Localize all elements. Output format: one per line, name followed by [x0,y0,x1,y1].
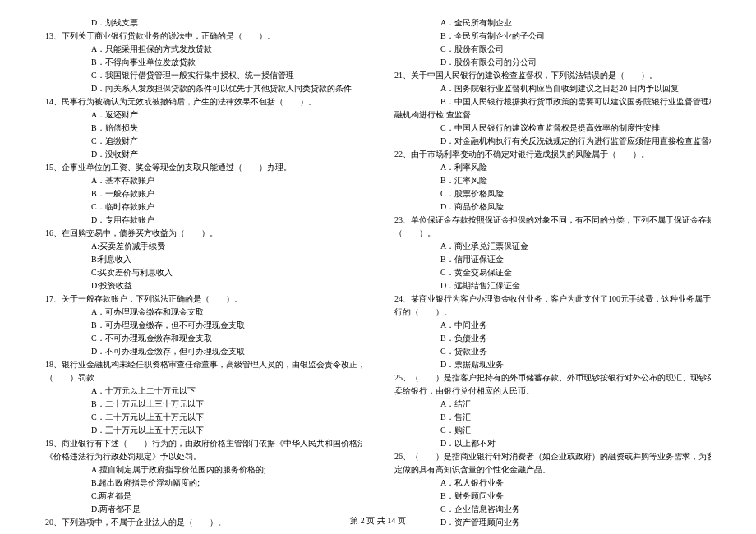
option: A．私人银行业务 [394,476,711,490]
option: A.擅自制定属于政府指导价范围内的服务价格的; [45,463,362,476]
option: D．没收财产 [45,148,362,161]
question-23-cont: （ ）。 [394,227,711,240]
left-column: D．划线支票 13、下列关于商业银行贷款业务的说法中，正确的是（ ）。 A．只能… [45,16,362,529]
option: A．返还财产 [45,108,362,122]
question-18: 18、银行业金融机构未经任职资格审查任命董事，高级管理人员的，由银监会责令改正，… [45,358,362,371]
option: C．不可办理现金缴存和现金支取 [45,332,362,345]
option: C．贷款业务 [394,345,711,358]
option: C．股份有限公司 [394,43,711,56]
option: A．国务院银行业监督机构应当自收到建议之日起20 日内予以回复 [394,82,711,95]
right-column: A．全民所有制企业 B．全民所有制企业的子公司 C．股份有限公司 D．股份有限公… [394,16,711,529]
option: D:投资收益 [45,279,362,292]
question-26: 26、（ ）是指商业银行针对消费者（如企业或政府）的融资或并购等业务需求，为客户… [394,450,711,463]
option: A．可办理现金缴存和现金支取 [45,306,362,319]
question-25-cont: 卖给银行，由银行兑付相应的人民币。 [394,384,711,398]
question-23: 23、单位保证金存款按照保证金担保的对象不同，有不同的分类，下列不属于保证金存款… [394,214,711,227]
option: B．一般存款账户 [45,187,362,200]
option: B:利息收入 [45,253,362,266]
option: A．利率风险 [394,161,711,174]
option: C:买卖差价与利息收入 [45,266,362,279]
option: B．可办理现金缴存，但不可办理现金支取 [45,319,362,332]
question-15: 15、企事业单位的工资、奖金等现金的支取只能通过（ ）办理。 [45,161,362,174]
option: D．划线支票 [45,16,362,30]
option: B．二十万元以上三十万元以下 [45,398,362,411]
question-22: 22、由于市场利率变动的不确定对银行造成损失的风险属于（ ）。 [394,148,711,161]
question-18-cont: （ ）罚款 [45,371,362,384]
option: C.两者都是 [45,490,362,503]
option: B．中国人民银行根据执行货币政策的需要可以建议国务院银行业监督管理机构对银行业金 [394,95,711,108]
option: C．临时存款账户 [45,200,362,214]
option: D．对金融机构执行有关反洗钱规定的行为进行监管应须使用直接检查监督权 [394,135,711,148]
option: B.超出政府指导价浮动幅度的; [45,476,362,490]
option: A:买卖差价减手续费 [45,240,362,253]
option: D．不可办理现金缴存，但可办理现金支取 [45,345,362,358]
option: C．黄金交易保证金 [394,266,711,279]
option-cont: 融机构进行检 查监督 [394,108,711,122]
option: D．专用存款账户 [45,214,362,227]
option: A．十万元以上二十万元以下 [45,384,362,398]
option: B．赔偿损失 [45,122,362,135]
question-25: 25、（ ）是指客户把持有的外币储蓄存款、外币现钞按银行对外公布的现汇、现钞买入… [394,371,711,384]
question-16: 16、在回购交易中，债券买方收益为（ ）。 [45,227,362,240]
option: C．中国人民银行的建议检查监督权是提高效率的制度性安排 [394,122,711,135]
option: A．结汇 [394,398,711,411]
option: D．向关系人发放担保贷款的条件可以优先于其他贷款人同类贷款的条件 [45,82,362,95]
option: D．远期结售汇保证金 [394,279,711,292]
option: B．售汇 [394,411,711,424]
option: D．票据贴现业务 [394,358,711,371]
option: C．股票价格风险 [394,187,711,200]
question-13: 13、下列关于商业银行贷款业务的说法中，正确的是（ ）。 [45,30,362,43]
question-14: 14、民事行为被确认为无效或被撤销后，产生的法律效果不包括（ ）。 [45,95,362,108]
option: B．财务顾问业务 [394,490,711,503]
option: C．我国银行借贷管理一般实行集中授权、统一授信管理 [45,69,362,82]
option: A．全民所有制企业 [394,16,711,30]
page-body: D．划线支票 13、下列关于商业银行贷款业务的说法中，正确的是（ ）。 A．只能… [0,0,756,534]
question-19-cont: 《价格违法行为行政处罚规定》予以处罚。 [45,450,362,463]
option: A．基本存款账户 [45,174,362,187]
option: C．购汇 [394,424,711,437]
question-24-cont: 行的（ ）。 [394,306,711,319]
option: B．负债业务 [394,332,711,345]
option: B．全民所有制企业的子公司 [394,30,711,43]
question-26-cont: 定做的具有高知识含量的个性化金融产品。 [394,463,711,476]
option: D．股份有限公司的分公司 [394,56,711,69]
option: A．商业承兑汇票保证金 [394,240,711,253]
option: B．汇率风险 [394,174,711,187]
question-19: 19、商业银行有下述（ ）行为的，由政府价格主管部门依据《中华人民共和国价格法》… [45,437,362,450]
option: B．不得向事业单位发放贷款 [45,56,362,69]
question-24: 24、某商业银行为客户办理资金收付业务，客户为此支付了100元手续费，这种业务属… [394,292,711,306]
option: D．以上都不对 [394,437,711,450]
option: D．三十万元以上五十万元以下 [45,424,362,437]
option: D．商品价格风险 [394,200,711,214]
question-21: 21、关于中国人民银行的建议检查监督权，下列说法错误的是（ ）。 [394,69,711,82]
option: A．中间业务 [394,319,711,332]
page-footer: 第 2 页 共 14 页 [0,514,756,527]
option: C．二十万元以上五十万元以下 [45,411,362,424]
question-17: 17、关于一般存款账户，下列说法正确的是（ ）。 [45,292,362,306]
option: B．信用证保证金 [394,253,711,266]
option: C．追缴财产 [45,135,362,148]
option: A．只能采用担保的方式发放贷款 [45,43,362,56]
